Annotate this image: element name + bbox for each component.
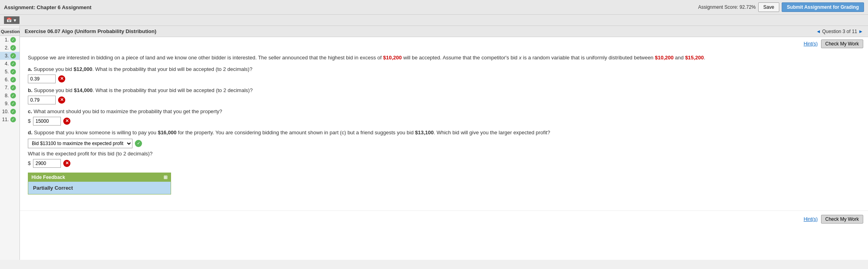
part-c-input-row: $ ✕ (28, 117, 860, 126)
sidebar-item-5[interactable]: 5. ✓ (0, 68, 19, 76)
save-button[interactable]: Save (758, 2, 779, 12)
sidebar-num-7: 7. (2, 85, 9, 90)
part-c-text: What amount should you bid to maximize t… (33, 108, 222, 114)
part-a-text: Suppose you bid $12,000. What is the pro… (33, 66, 252, 72)
sidebar-num-5: 5. (2, 69, 9, 75)
check-icon-2: ✓ (10, 45, 16, 51)
calendar-icon[interactable]: 📅 ▼ (4, 16, 19, 24)
part-a-error-icon[interactable]: ✕ (58, 75, 65, 82)
check-icon-8: ✓ (10, 93, 16, 98)
toolbar-left: 📅 ▼ (4, 16, 19, 24)
sidebar-item-4[interactable]: 4. ✓ (0, 60, 19, 68)
part-a-input-row: ✕ (28, 75, 860, 83)
amount-15200: $15,200 (685, 55, 704, 61)
top-bar-right: Assignment Score: 92.72% Save Submit Ass… (698, 2, 864, 12)
part-d-followup-text: What is the expected profit for this bid… (28, 151, 860, 157)
check-icon-7: ✓ (10, 85, 16, 90)
check-icon-9: ✓ (10, 101, 16, 106)
sidebar-num-2: 2. (2, 45, 9, 51)
sidebar-item-8[interactable]: 8. ✓ (0, 92, 19, 100)
exercise-title: Exercise 06.07 Algo (Uniform Probability… (25, 28, 156, 34)
question-content: Suppose we are interested in bidding on … (20, 51, 868, 202)
sidebar-item-10[interactable]: 10. ✓ (0, 108, 19, 116)
sidebar-item-2[interactable]: 2. ✓ (0, 44, 19, 52)
sidebar-num-3: 3. (2, 53, 9, 59)
amount-10200: $10,200 (383, 55, 402, 61)
score-text: Assignment Score: 92.72% (698, 4, 756, 10)
feedback-body: Partially Correct (28, 182, 171, 194)
part-c-error-icon[interactable]: ✕ (63, 118, 70, 125)
part-a: a. Suppose you bid $12,000. What is the … (28, 66, 860, 83)
feedback-section: Hide Feedback ⊞ Partially Correct (28, 173, 171, 194)
sidebar-num-4: 4. (2, 61, 9, 67)
feedback-header-label: Hide Feedback (31, 175, 65, 180)
top-bar: Assignment: Chapter 6 Assignment Assignm… (0, 0, 868, 15)
check-icon-11: ✓ (10, 117, 16, 122)
calendar-glyph: 📅 (6, 18, 12, 23)
submit-button[interactable]: Submit Assignment for Grading (782, 2, 864, 12)
top-bar-left: Assignment: Chapter 6 Assignment (4, 4, 91, 10)
part-b-text: Suppose you bid $14,000. What is the pro… (34, 87, 253, 93)
bottom-hint-check-row: Hint(s) Check My Work (20, 210, 868, 228)
sidebar-items: 1. ✓ 2. ✓ 3. ✓ 4. ✓ 5. ✓ 6. ✓ 7. ✓ 8. ✓ … (0, 36, 19, 124)
check-work-button-bottom[interactable]: Check My Work (821, 215, 863, 224)
part-a-label: a. (28, 66, 32, 72)
assignment-title: Assignment: Chapter 6 Assignment (4, 4, 91, 10)
dollar-c: $ (28, 118, 31, 124)
sidebar-num-8: 8. (2, 93, 9, 98)
part-a-input[interactable] (28, 75, 56, 83)
exercise-header: Exercise 06.07 Algo (Uniform Probability… (20, 26, 868, 37)
sidebar-item-9[interactable]: 9. ✓ (0, 100, 19, 108)
feedback-status: Partially Correct (33, 185, 73, 191)
check-icon-1: ✓ (10, 37, 16, 43)
question-nav-text: Question 3 of 11 (822, 29, 858, 34)
hint-button-bottom[interactable]: Hint(s) (804, 215, 817, 224)
question-nav: ◄ Question 3 of 11 ► (816, 29, 863, 34)
feedback-header[interactable]: Hide Feedback ⊞ (28, 173, 171, 182)
sidebar-num-10: 10. (2, 109, 9, 114)
part-d-profit-input[interactable] (33, 159, 61, 168)
prev-arrow[interactable]: ◄ (816, 29, 821, 34)
part-d-label: d. (28, 130, 33, 135)
sidebar-item-1[interactable]: 1. ✓ (0, 36, 19, 44)
part-b-label: b. (28, 87, 33, 93)
intro-text: Suppose we are interested in bidding on … (28, 54, 860, 62)
part-d-success-icon[interactable]: ✓ (135, 140, 142, 147)
feedback-collapse-icon: ⊞ (163, 175, 167, 180)
check-icon-10: ✓ (10, 109, 16, 114)
sidebar: Questions 1. ✓ 2. ✓ 3. ✓ 4. ✓ 5. ✓ 6. ✓ … (0, 26, 20, 260)
part-b-input-row: ✕ (28, 96, 860, 104)
dollar-d: $ (28, 160, 31, 166)
part-d-profit-row: $ ✕ (28, 159, 860, 168)
hint-check-row: Hint(s) Check My Work (20, 37, 868, 51)
check-icon-4: ✓ (10, 61, 16, 67)
part-b-input[interactable] (28, 96, 56, 104)
main-layout: Questions 1. ✓ 2. ✓ 3. ✓ 4. ✓ 5. ✓ 6. ✓ … (0, 26, 868, 260)
check-work-button[interactable]: Check My Work (821, 39, 863, 48)
sidebar-num-9: 9. (2, 101, 9, 106)
sidebar-num-6: 6. (2, 77, 9, 82)
part-b: b. Suppose you bid $14,000. What is the … (28, 87, 860, 104)
part-b-error-icon[interactable]: ✕ (58, 96, 65, 104)
sidebar-header: Questions (0, 27, 19, 36)
check-icon-6: ✓ (10, 77, 16, 82)
part-d: d. Suppose that you know someone is will… (28, 130, 860, 168)
next-arrow[interactable]: ► (858, 29, 863, 34)
part-d-dropdown[interactable]: Bid $13100 to maximize the expected prof… (28, 139, 132, 148)
sidebar-item-11[interactable]: 11. ✓ (0, 116, 19, 124)
content-area: Exercise 06.07 Algo (Uniform Probability… (20, 26, 868, 260)
part-c: c. What amount should you bid to maximiz… (28, 108, 860, 126)
sidebar-item-3[interactable]: 3. ✓ (0, 52, 19, 60)
part-c-input[interactable] (33, 117, 61, 126)
check-icon-3: ✓ (10, 53, 16, 59)
sidebar-item-6[interactable]: 6. ✓ (0, 76, 19, 84)
part-d-dropdown-row: Bid $13100 to maximize the expected prof… (28, 139, 860, 148)
calendar-arrow: ▼ (13, 18, 17, 23)
part-d-text: Suppose that you know someone is willing… (34, 130, 550, 135)
part-d-error-icon[interactable]: ✕ (63, 160, 70, 167)
hint-button[interactable]: Hint(s) (804, 39, 817, 48)
amount-10200b: $10,200 (655, 55, 673, 61)
sidebar-item-7[interactable]: 7. ✓ (0, 84, 19, 92)
part-c-label: c. (28, 108, 32, 114)
check-icon-5: ✓ (10, 69, 16, 75)
